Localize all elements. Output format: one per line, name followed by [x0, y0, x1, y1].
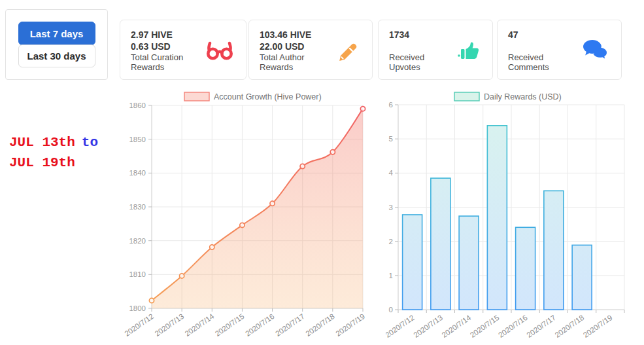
glasses-icon — [205, 29, 235, 71]
svg-text:1800: 1800 — [129, 304, 146, 312]
svg-text:2: 2 — [389, 238, 393, 245]
svg-text:3: 3 — [389, 204, 393, 211]
last-7-days-button[interactable]: Last 7 days — [18, 22, 95, 45]
bar — [459, 216, 479, 310]
date-range-panel: Last 7 days Last 30 days — [5, 9, 108, 80]
svg-text:1850: 1850 — [129, 136, 146, 143]
bar — [431, 178, 450, 310]
svg-text:2020/7/12: 2020/7/12 — [123, 312, 155, 338]
svg-text:2020/7/16: 2020/7/16 — [497, 314, 529, 339]
y-axis-labels: 1800181018201830184018501860 — [129, 101, 146, 312]
comments-count: 47 — [508, 29, 582, 41]
svg-text:2020/7/13: 2020/7/13 — [153, 312, 185, 338]
author-usd-value: 22.00 USD — [260, 41, 335, 52]
chart-legend: Account Growth (Hive Power) — [184, 92, 322, 101]
received-comments-label: Received Comments — [508, 52, 582, 72]
svg-text:1820: 1820 — [129, 237, 146, 245]
svg-text:2020/7/12: 2020/7/12 — [386, 314, 416, 339]
bar — [487, 126, 507, 310]
received-comments-card: 47 Received Comments — [497, 20, 622, 80]
svg-text:4: 4 — [389, 169, 394, 177]
svg-text:2020/7/15: 2020/7/15 — [469, 314, 501, 339]
last-30-days-button[interactable]: Last 30 days — [18, 45, 95, 67]
svg-text:6: 6 — [389, 101, 393, 109]
svg-text:2020/7/16: 2020/7/16 — [244, 312, 276, 338]
bar — [516, 227, 535, 310]
bar — [544, 191, 564, 310]
bars — [403, 126, 592, 310]
svg-text:0: 0 — [389, 306, 393, 314]
svg-text:5: 5 — [389, 135, 393, 143]
svg-text:2020/7/17: 2020/7/17 — [274, 312, 306, 338]
svg-text:2020/7/15: 2020/7/15 — [214, 312, 246, 338]
svg-text:Daily Rewards (USD): Daily Rewards (USD) — [484, 92, 562, 101]
bar — [403, 215, 422, 310]
svg-text:2020/7/19: 2020/7/19 — [582, 314, 614, 339]
bar — [572, 245, 592, 310]
received-upvotes-card: 1734 Received Upvotes — [378, 20, 493, 80]
area-fill — [152, 109, 363, 308]
y-axis-labels: 0123456 — [389, 101, 394, 314]
x-axis-labels: 2020/7/122020/7/132020/7/142020/7/152020… — [386, 313, 614, 339]
svg-text:2020/7/18: 2020/7/18 — [553, 314, 585, 339]
comments-icon — [582, 29, 611, 71]
svg-text:1810: 1810 — [129, 270, 146, 278]
svg-text:1840: 1840 — [129, 169, 146, 177]
author-rewards-label: Total Author Rewards — [260, 52, 335, 72]
svg-text:1860: 1860 — [129, 101, 146, 109]
daily-rewards-chart: 01234562020/7/122020/7/132020/7/142020/7… — [386, 87, 644, 345]
svg-text:2020/7/14: 2020/7/14 — [184, 312, 216, 338]
svg-text:1830: 1830 — [129, 203, 146, 211]
range-start-text: JUL 13th — [9, 135, 75, 150]
svg-text:2020/7/17: 2020/7/17 — [525, 314, 557, 339]
date-range-annotation: JUL 13thto JUL 19th — [9, 132, 124, 173]
svg-text:2020/7/18: 2020/7/18 — [304, 312, 336, 338]
author-rewards-card: 103.46 HIVE 22.00 USD Total Author Rewar… — [248, 20, 373, 80]
curation-usd-value: 0.63 USD — [131, 41, 205, 52]
upvotes-count: 1734 — [389, 29, 456, 41]
svg-text:2020/7/14: 2020/7/14 — [440, 313, 472, 339]
svg-text:2020/7/13: 2020/7/13 — [412, 314, 444, 339]
x-axis-labels: 2020/7/122020/7/132020/7/142020/7/152020… — [123, 312, 366, 338]
range-end-text: JUL 19th — [9, 155, 75, 170]
received-upvotes-label: Received Upvotes — [389, 52, 456, 72]
svg-text:Account Growth (Hive Power): Account Growth (Hive Power) — [214, 92, 322, 101]
curation-rewards-card: 2.97 HIVE 0.63 USD Total Curation Reward… — [120, 20, 246, 80]
svg-text:2020/7/19: 2020/7/19 — [334, 312, 366, 338]
svg-text:1: 1 — [389, 272, 393, 280]
account-growth-chart: 18001810182018301840185018602020/7/12202… — [121, 87, 382, 345]
pencil-icon — [335, 29, 362, 71]
thumbs-up-icon — [456, 29, 482, 71]
curation-hive-value: 2.97 HIVE — [131, 29, 205, 41]
chart-legend: Daily Rewards (USD) — [454, 92, 562, 101]
author-hive-value: 103.46 HIVE — [260, 29, 335, 41]
upvotes-spacer — [389, 41, 456, 52]
range-connector-text: to — [82, 135, 98, 150]
curation-rewards-label: Total Curation Rewards — [131, 52, 205, 72]
comments-spacer — [508, 41, 582, 52]
